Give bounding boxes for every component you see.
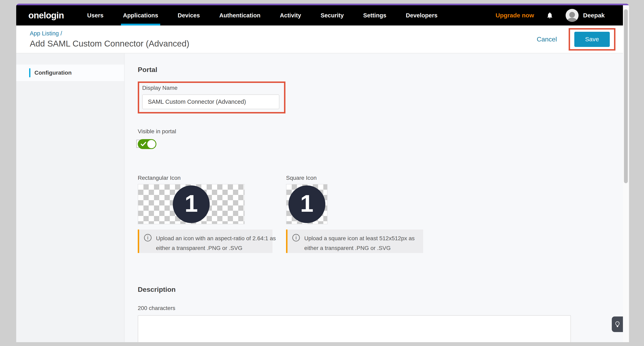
desktop: { "nav": { "logo": "onelogin", "items": … [0, 0, 644, 346]
rect-info-line2: either a transparent .PNG or .SVG [156, 243, 276, 253]
rectangular-icon-upload[interactable]: 1 [138, 184, 245, 224]
browser-page: onelogin Users Applications Devices Auth… [16, 4, 629, 342]
square-icon-label: Square Icon [286, 175, 423, 181]
onelogin-logo[interactable]: onelogin [28, 10, 64, 20]
rectangular-icon-label: Rectangular Icon [138, 175, 272, 181]
active-item-accent-bar [29, 68, 30, 77]
rectangular-icon-info-note: i Upload an icon with an aspect-ratio of… [138, 229, 272, 253]
rect-info-line1: Upload an icon with an aspect-ratio of 2… [156, 234, 276, 243]
app-logo-circle: 1 [288, 185, 325, 223]
toggle-knob [147, 140, 156, 148]
description-textarea[interactable] [138, 315, 571, 342]
page-title: Add SAML Custom Connector (Advanced) [30, 39, 189, 48]
upgrade-now-link[interactable]: Upgrade now [496, 12, 534, 19]
display-name-label: Display Name [142, 85, 284, 91]
nav-item-applications[interactable]: Applications [121, 5, 160, 25]
square-info-line2: either a transparent .PNG or .SVG [304, 243, 415, 253]
display-name-annotation-box: Display Name [138, 81, 286, 113]
main-content: Portal Display Name Visible in portal [124, 53, 623, 342]
nav-item-developers[interactable]: Developers [404, 5, 440, 25]
info-icon: i [144, 234, 152, 241]
notifications-bell-icon[interactable] [546, 11, 554, 19]
cancel-button[interactable]: Cancel [537, 36, 557, 43]
visible-in-portal-label: Visible in portal [138, 128, 623, 135]
sidebar-item-configuration[interactable]: Configuration [16, 64, 124, 81]
save-annotation-box: Save [569, 28, 616, 51]
main-nav: Users Applications Devices Authenticatio… [85, 5, 455, 25]
app-logo-numeral: 1 [184, 191, 198, 215]
save-button[interactable]: Save [574, 32, 610, 47]
breadcrumb[interactable]: App Listing / [30, 30, 189, 37]
nav-item-users[interactable]: Users [85, 5, 106, 25]
scrollbar-thumb[interactable] [624, 9, 628, 183]
user-avatar[interactable] [566, 9, 578, 22]
square-info-line1: Upload a square icon at least 512x512px … [304, 234, 415, 243]
avatar-head-shape [569, 12, 575, 17]
nav-item-security[interactable]: Security [318, 5, 346, 25]
nav-item-settings[interactable]: Settings [361, 5, 388, 25]
page-header: App Listing / Add SAML Custom Connector … [16, 25, 623, 53]
nav-item-authentication[interactable]: Authentication [217, 5, 262, 25]
app-logo-numeral: 1 [300, 191, 314, 215]
lightbulb-icon [615, 321, 620, 328]
sidebar: Configuration [16, 53, 124, 342]
square-icon-info-note: i Upload a square icon at least 512x512p… [286, 229, 423, 253]
app-logo-circle: 1 [173, 185, 210, 223]
help-tip-button[interactable] [612, 317, 623, 332]
square-icon-upload[interactable]: 1 [286, 184, 328, 224]
character-count-label: 200 characters [138, 305, 623, 311]
visible-in-portal-toggle[interactable] [138, 139, 156, 149]
check-icon [141, 142, 146, 146]
top-navbar: onelogin Users Applications Devices Auth… [16, 5, 623, 25]
nav-item-activity[interactable]: Activity [278, 5, 303, 25]
avatar-body-shape [567, 18, 577, 22]
top-accent-bar [16, 4, 629, 5]
description-section-heading: Description [138, 285, 623, 293]
portal-section-heading: Portal [138, 65, 623, 74]
display-name-input[interactable] [142, 94, 279, 109]
sidebar-item-label: Configuration [34, 70, 72, 76]
scrollbar-track[interactable] [623, 5, 629, 342]
info-icon: i [292, 234, 300, 241]
nav-item-devices[interactable]: Devices [176, 5, 202, 25]
user-name[interactable]: Deepak [583, 12, 605, 19]
